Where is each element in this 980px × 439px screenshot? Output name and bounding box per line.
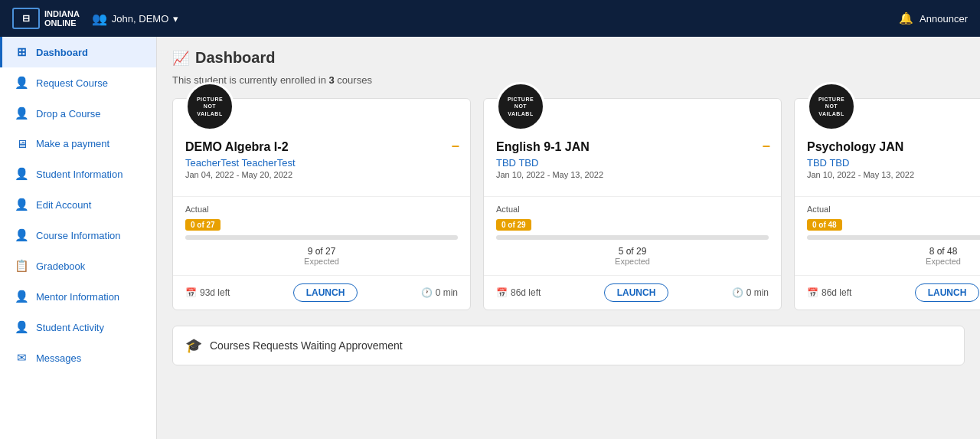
- progress-badge-1: 0 of 29: [496, 219, 531, 231]
- sidebar-label-drop-course: Drop a Course: [36, 108, 101, 120]
- date-range-2: Jan 10, 2022 - May 13, 2022: [807, 170, 980, 179]
- course-info-icon: 👤: [15, 228, 28, 242]
- mentor-info-icon: 👤: [15, 290, 28, 303]
- card-footer-0: 📅 93d left LAUNCH 🕐 0 min: [173, 275, 470, 310]
- expected-label-1: Expected: [615, 257, 650, 266]
- progress-section-2: Actual 0 of 48 8 of 48 Expected: [795, 205, 980, 275]
- grad-icon: 🎓: [185, 337, 202, 354]
- logo-area: ⊟ INDIANA ONLINE: [12, 8, 80, 29]
- time-info-1: 🕐 0 min: [732, 287, 769, 298]
- card-footer-1: 📅 86d left LAUNCH 🕐 0 min: [484, 275, 781, 310]
- avatar-2: PICTURE NOT VAILABL: [807, 82, 856, 131]
- courses-requests-label: Courses Requests Waiting Approvement: [210, 339, 403, 352]
- progress-section-0: Actual 0 of 27 9 of 27 Expected: [173, 205, 470, 275]
- actual-label-2: Actual: [807, 205, 980, 214]
- drop-course-icon: 👤: [15, 106, 28, 120]
- edit-account-icon: 👤: [15, 198, 28, 211]
- calendar-icon-1: 📅: [496, 287, 508, 298]
- sidebar-label-student-info: Student Information: [36, 169, 122, 180]
- sidebar-label-mentor-info: Mentor Information: [36, 291, 119, 303]
- gradebook-icon: 📋: [15, 259, 28, 273]
- days-left-1: 📅 86d left: [496, 287, 541, 298]
- student-info-icon: 👤: [15, 167, 28, 181]
- teacher-name-0: TeacherTest TeacherTest: [185, 157, 458, 169]
- sidebar-item-messages[interactable]: ✉ Messages: [0, 342, 156, 373]
- date-range-1: Jan 10, 2022 - May 13, 2022: [496, 170, 769, 179]
- launch-button-2[interactable]: LAUNCH: [915, 283, 980, 302]
- sidebar-item-request-course[interactable]: 👤 Request Course: [0, 67, 156, 98]
- sidebar-label-course-info: Course Information: [36, 230, 121, 241]
- make-payment-icon: 🖥: [15, 137, 28, 150]
- actual-label-1: Actual: [496, 205, 769, 214]
- sidebar-item-drop-course[interactable]: 👤 Drop a Course: [0, 98, 156, 129]
- dashboard-header: 📈 Dashboard: [172, 49, 965, 67]
- top-nav: ⊟ INDIANA ONLINE 👥 John, DEMO ▾ 🔔 Announ…: [0, 0, 980, 37]
- sidebar-item-gradebook[interactable]: 📋 Gradebook: [0, 251, 156, 281]
- days-left-2: 📅 86d left: [807, 287, 851, 298]
- expected-row-1: 5 of 29 Expected: [496, 246, 769, 266]
- actual-label-0: Actual: [185, 205, 458, 214]
- card-minus-0[interactable]: −: [451, 139, 459, 155]
- date-range-0: Jan 04, 2022 - May 20, 2022: [185, 170, 458, 179]
- courses-requests: 🎓 Courses Requests Waiting Approvement: [172, 326, 965, 365]
- enrolled-text: This student is currently enrolled in 3 …: [172, 74, 965, 86]
- expected-row-0: 9 of 27 Expected: [185, 246, 458, 266]
- clock-icon-1: 🕐: [732, 287, 743, 298]
- teacher-name-2: TBD TBD: [807, 157, 980, 169]
- request-course-icon: 👤: [15, 76, 28, 90]
- progress-badge-0: 0 of 27: [185, 219, 220, 231]
- expected-num-2: 8 of 48: [929, 246, 958, 257]
- messages-icon: ✉: [15, 351, 28, 365]
- card-footer-2: 📅 86d left LAUNCH 🕐 0 min: [795, 275, 980, 310]
- sidebar-item-make-payment[interactable]: 🖥 Make a payment: [0, 129, 156, 159]
- progress-section-1: Actual 0 of 29 5 of 29 Expected: [484, 205, 781, 275]
- sidebar-label-messages: Messages: [36, 352, 81, 364]
- expected-label-2: Expected: [926, 257, 961, 266]
- days-left-0: 📅 93d left: [185, 287, 230, 298]
- expected-num-0: 9 of 27: [308, 246, 336, 257]
- sidebar-label-edit-account: Edit Account: [36, 199, 91, 211]
- sidebar-item-student-info[interactable]: 👤 Student Information: [0, 159, 156, 189]
- sidebar-label-dashboard: Dashboard: [36, 47, 88, 58]
- progress-bar-bg-0: [185, 235, 458, 240]
- sidebar-label-request-course: Request Course: [36, 77, 108, 89]
- progress-bar-bg-2: [807, 235, 980, 240]
- student-activity-icon: 👤: [15, 320, 28, 334]
- logo-box: ⊟: [12, 8, 40, 29]
- course-name-2: Psychology JAN: [807, 140, 980, 154]
- nav-left: ⊟ INDIANA ONLINE 👥 John, DEMO ▾: [12, 8, 178, 29]
- logo-text: INDIANA ONLINE: [44, 9, 80, 28]
- expected-row-2: 8 of 48 Expected: [807, 246, 980, 266]
- expected-num-1: 5 of 29: [619, 246, 647, 257]
- card-minus-1[interactable]: −: [762, 139, 770, 155]
- launch-button-1[interactable]: LAUNCH: [604, 283, 669, 302]
- avatar-0: PICTURE NOT VAILABL: [185, 82, 234, 131]
- sidebar-label-student-activity: Student Activity: [36, 322, 104, 333]
- user-icon: 👥: [92, 11, 107, 26]
- sidebar-item-edit-account[interactable]: 👤 Edit Account: [0, 189, 156, 220]
- clock-icon-0: 🕐: [421, 287, 433, 298]
- calendar-icon-2: 📅: [807, 287, 818, 298]
- sidebar-label-make-payment: Make a payment: [36, 138, 109, 149]
- sidebar-label-gradebook: Gradebook: [36, 260, 85, 272]
- bell-icon: 🔔: [899, 11, 913, 25]
- expected-label-0: Expected: [304, 257, 339, 266]
- course-name-0: DEMO Algebra I-2: [185, 140, 458, 154]
- notification-label: Announcer: [920, 13, 968, 25]
- calendar-icon-0: 📅: [185, 287, 197, 298]
- sidebar-item-course-information[interactable]: 👤 Course Information: [0, 220, 156, 251]
- sidebar-item-student-activity[interactable]: 👤 Student Activity: [0, 312, 156, 342]
- avatar-1: PICTURE NOT VAILABL: [496, 82, 545, 131]
- launch-button-0[interactable]: LAUNCH: [293, 283, 358, 302]
- nav-right: 🔔 Announcer: [899, 11, 968, 25]
- course-card-1: PICTURE NOT VAILABL − English 9-1 JAN TB…: [483, 98, 782, 310]
- page-title: Dashboard: [195, 49, 275, 67]
- time-info-0: 🕐 0 min: [421, 287, 458, 298]
- user-menu[interactable]: 👥 John, DEMO ▾: [92, 11, 178, 26]
- sidebar-item-dashboard[interactable]: ⊞ Dashboard: [0, 37, 156, 67]
- sidebar-item-mentor-info[interactable]: 👤 Mentor Information: [0, 281, 156, 312]
- courses-row: PICTURE NOT VAILABL − DEMO Algebra I-2 T…: [172, 98, 965, 310]
- main-content: 📈 Dashboard This student is currently en…: [157, 37, 980, 439]
- progress-badge-2: 0 of 48: [807, 219, 842, 231]
- main-layout: ⊞ Dashboard 👤 Request Course 👤 Drop a Co…: [0, 37, 980, 439]
